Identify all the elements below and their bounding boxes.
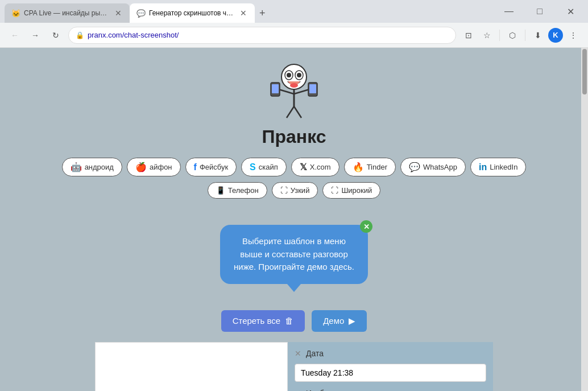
play-icon: ▶ xyxy=(349,316,355,326)
bubble-close-icon: ✕ xyxy=(363,223,370,231)
tinder-icon: 🔥 xyxy=(353,162,364,172)
view-buttons: 📱 Телефон ⛶ Узкий ⛶ Широкий xyxy=(208,182,381,199)
bookmark-icon[interactable]: ☆ xyxy=(479,27,495,43)
platform-buttons: 🤖 андроид 🍎 айфон f Фейсбук S скайп xyxy=(51,158,538,176)
bubble-close-button[interactable]: ✕ xyxy=(360,220,372,233)
tab-2[interactable]: 💬 Генератор скриншотов чата – ✕ xyxy=(130,3,255,23)
xcom-label: X.com xyxy=(310,163,331,171)
window-controls: — □ ✕ xyxy=(491,2,583,21)
site-title: Пранкс xyxy=(262,126,326,147)
tinder-label: Tinder xyxy=(367,163,387,171)
hero-section: Пранкс 🤖 андроид 🍎 айфон f Фейсбук xyxy=(0,48,588,219)
svg-point-3 xyxy=(287,73,291,77)
trash-icon: 🗑 xyxy=(285,316,293,326)
menu-icon[interactable]: ⋮ xyxy=(565,27,581,43)
speech-bubble: Выберите шаблон в меню выше и составьте … xyxy=(220,225,368,284)
tab2-close-icon[interactable]: ✕ xyxy=(239,9,248,18)
chat-preview-panel xyxy=(95,342,288,392)
svg-rect-12 xyxy=(309,84,316,93)
scrollbar-thumb[interactable] xyxy=(582,49,587,94)
title-bar: 🐱 CPA Live — инсайды рынка ✕ 💬 Генератор… xyxy=(0,0,588,23)
reload-button[interactable]: ↻ xyxy=(48,27,64,43)
date-remove-icon[interactable]: ✕ xyxy=(295,349,301,358)
settings-panel: ✕ Дата Tuesday 21:38 ✕ Изображение xyxy=(288,342,493,392)
main-area: Выберите шаблон в меню выше и составьте … xyxy=(0,219,588,391)
tab-1[interactable]: 🐱 CPA Live — инсайды рынка ✕ xyxy=(5,3,130,23)
platform-btn-facebook[interactable]: f Фейсбук xyxy=(185,158,237,176)
action-buttons: Стереть все 🗑 Демо ▶ xyxy=(221,310,367,332)
page-content: Пранкс 🤖 андроид 🍎 айфон f Фейсбук xyxy=(0,48,588,391)
image-label: Изображение xyxy=(306,389,356,392)
minimize-button[interactable]: — xyxy=(496,2,522,21)
phone-view-icon: 📱 xyxy=(216,186,225,195)
platform-btn-tinder[interactable]: 🔥 Tinder xyxy=(344,158,396,176)
bubble-text: Выберите шаблон в меню выше и составьте … xyxy=(234,236,354,271)
tab2-favicon: 💬 xyxy=(136,9,146,18)
view-btn-phone[interactable]: 📱 Телефон xyxy=(208,182,267,199)
platform-btn-whatsapp[interactable]: 💬 WhatsApp xyxy=(400,158,466,176)
address-bar: ← → ↻ 🔒 pranx.com/chat-screenshot/ ⊡ ☆ ⬡… xyxy=(0,23,588,48)
svg-line-7 xyxy=(279,89,294,94)
platform-btn-iphone[interactable]: 🍎 айфон xyxy=(127,158,181,176)
svg-line-14 xyxy=(294,106,301,118)
facebook-icon: f xyxy=(194,162,197,172)
linkedin-label: LinkedIn xyxy=(490,163,517,171)
svg-point-5 xyxy=(290,83,298,88)
narrow-view-label: Узкий xyxy=(291,186,310,195)
new-tab-button[interactable]: + xyxy=(255,3,270,23)
profile-button[interactable]: K xyxy=(548,28,563,43)
linkedin-icon: in xyxy=(479,162,487,172)
platform-btn-android[interactable]: 🤖 андроид xyxy=(62,158,122,176)
date-row: ✕ Дата xyxy=(295,349,486,358)
address-bar-actions: ⊡ ☆ ⬡ ⬇ K ⋮ xyxy=(461,27,581,43)
wide-view-icon: ⛶ xyxy=(331,186,338,195)
android-label: андроид xyxy=(85,163,114,171)
tab-bar: 🐱 CPA Live — инсайды рынка ✕ 💬 Генератор… xyxy=(5,0,489,23)
platform-btn-xcom[interactable]: 𝕏 X.com xyxy=(291,158,339,176)
svg-line-10 xyxy=(294,89,309,94)
maximize-button[interactable]: □ xyxy=(527,2,553,21)
bottom-panel: ✕ Дата Tuesday 21:38 ✕ Изображение xyxy=(95,342,493,392)
clear-all-label: Стереть все xyxy=(233,316,281,326)
bubble-container: Выберите шаблон в меню выше и составьте … xyxy=(220,225,368,284)
tab1-close-icon[interactable]: ✕ xyxy=(114,9,123,18)
whatsapp-label: WhatsApp xyxy=(423,163,457,171)
iphone-label: айфон xyxy=(150,163,172,171)
phone-view-label: Телефон xyxy=(228,186,259,195)
tab1-title: CPA Live — инсайды рынка xyxy=(24,9,110,17)
back-button[interactable]: ← xyxy=(7,27,23,43)
whatsapp-icon: 💬 xyxy=(409,162,420,172)
cast-icon[interactable]: ⊡ xyxy=(461,27,477,43)
android-icon: 🤖 xyxy=(71,162,82,172)
wide-view-label: Широкий xyxy=(341,186,372,195)
date-input[interactable]: Tuesday 21:38 xyxy=(295,364,486,382)
xcom-icon: 𝕏 xyxy=(300,162,307,172)
view-btn-narrow[interactable]: ⛶ Узкий xyxy=(272,182,318,199)
forward-button[interactable]: → xyxy=(27,27,43,43)
share-icon[interactable]: ⬡ xyxy=(504,27,520,43)
demo-button[interactable]: Демо ▶ xyxy=(312,310,367,332)
tab2-title: Генератор скриншотов чата – xyxy=(149,9,235,17)
image-row: ✕ Изображение xyxy=(295,389,486,392)
narrow-view-icon: ⛶ xyxy=(280,186,288,195)
svg-point-4 xyxy=(297,73,301,77)
platform-btn-skype[interactable]: S скайп xyxy=(241,158,287,176)
url-bar[interactable]: 🔒 pranx.com/chat-screenshot/ xyxy=(68,27,456,44)
image-remove-icon[interactable]: ✕ xyxy=(295,389,301,392)
lock-icon: 🔒 xyxy=(76,31,84,39)
scrollbar[interactable] xyxy=(581,48,588,391)
close-button[interactable]: ✕ xyxy=(557,2,583,21)
svg-line-13 xyxy=(287,106,294,118)
date-label: Дата xyxy=(306,349,324,358)
mascot-image xyxy=(260,59,328,122)
download-icon[interactable]: ⬇ xyxy=(530,27,546,43)
browser-window: 🐱 CPA Live — инсайды рынка ✕ 💬 Генератор… xyxy=(0,0,588,391)
clear-all-button[interactable]: Стереть все 🗑 xyxy=(221,310,305,332)
separator2 xyxy=(525,30,525,41)
svg-rect-9 xyxy=(272,84,279,93)
view-btn-wide[interactable]: ⛶ Широкий xyxy=(322,182,380,199)
separator xyxy=(499,30,500,41)
skype-label: скайп xyxy=(259,163,278,171)
skype-icon: S xyxy=(250,162,256,172)
platform-btn-linkedin[interactable]: in LinkedIn xyxy=(470,158,526,176)
